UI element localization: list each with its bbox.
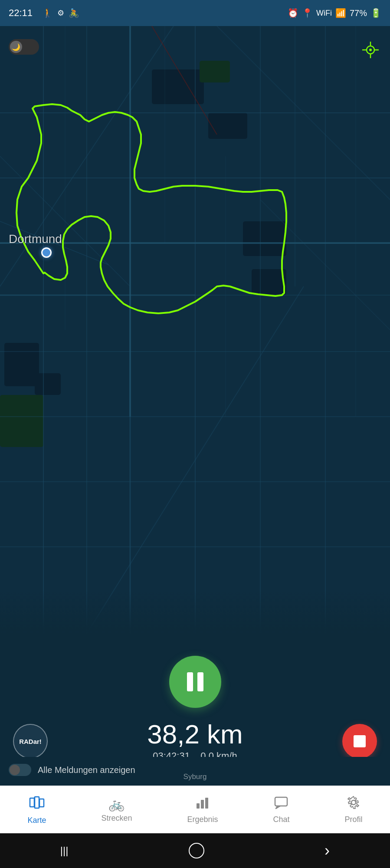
svg-rect-44 xyxy=(30,798,34,807)
distance-value: 38,2 km xyxy=(147,721,243,748)
svg-rect-2 xyxy=(208,113,247,139)
settings-icon: ⚙ xyxy=(57,8,64,18)
city-label: Dortmund xyxy=(9,232,62,246)
moon-icon: 🌙 xyxy=(12,43,20,51)
nav-item-ergebnis[interactable]: Ergebnis xyxy=(178,791,226,829)
nav-item-karte[interactable]: Karte xyxy=(19,790,55,829)
dark-mode-thumb: 🌙 xyxy=(10,41,22,53)
svg-rect-8 xyxy=(200,61,230,82)
location-target-button[interactable] xyxy=(360,39,381,61)
current-location-dot xyxy=(41,247,52,258)
bottom-panel: RADar! 38,2 km 03:42:31 0,0 km/h xyxy=(0,590,390,781)
nav-label-strecken: Strecken xyxy=(101,814,132,823)
stats-center: 38,2 km 03:42:31 0,0 km/h xyxy=(147,721,243,762)
notifications-label: Alle Meldungen anzeigen xyxy=(38,765,135,775)
svg-rect-5 xyxy=(4,343,39,386)
svg-rect-50 xyxy=(201,800,204,809)
system-navigation-bar: ||| ‹ xyxy=(0,833,390,868)
stats-row: RADar! 38,2 km 03:42:31 0,0 km/h xyxy=(0,721,390,762)
nav-item-chat[interactable]: Chat xyxy=(264,791,298,829)
bottom-navigation: Karte 🚲 Strecken Ergebnis Chat xyxy=(0,786,390,833)
stop-icon xyxy=(354,735,366,747)
stop-button[interactable] xyxy=(342,724,377,759)
battery-icon: 🔋 xyxy=(370,8,381,18)
dark-mode-toggle[interactable]: 🌙 xyxy=(9,39,39,55)
map-area[interactable]: 🌙 Dortmund xyxy=(0,26,390,634)
svg-rect-45 xyxy=(35,797,39,808)
pause-icon xyxy=(187,672,203,691)
map-background xyxy=(0,26,390,634)
crosshair-icon xyxy=(361,41,380,59)
nav-item-strecken[interactable]: 🚲 Strecken xyxy=(92,792,141,827)
home-button[interactable] xyxy=(189,843,204,858)
gps-icon: 📍 xyxy=(302,8,313,18)
battery-label: 77% xyxy=(350,8,367,18)
back-button[interactable]: ‹ xyxy=(324,842,330,860)
status-bar: 22:11 🚶 ⚙ 🚴 ⏰ 📍 WiFi 📶 77% 🔋 xyxy=(0,0,390,26)
signal-icon: 📶 xyxy=(335,8,346,18)
nav-label-chat: Chat xyxy=(273,815,289,824)
svg-rect-49 xyxy=(197,803,200,809)
svg-point-43 xyxy=(369,49,372,51)
bike-nav-icon: 🚲 xyxy=(108,796,125,812)
svg-point-53 xyxy=(351,800,356,805)
svg-rect-3 xyxy=(243,221,286,256)
radar-label: RADar! xyxy=(19,738,42,745)
bike-icon: 🚴 xyxy=(69,8,79,18)
svg-rect-52 xyxy=(275,797,287,806)
nav-label-karte: Karte xyxy=(27,816,46,825)
svg-rect-1 xyxy=(152,69,204,104)
wifi-icon: WiFi xyxy=(316,9,332,18)
location-sublabel: Syburg xyxy=(184,773,207,781)
status-time: 22:11 xyxy=(9,7,33,19)
nav-label-ergebnis: Ergebnis xyxy=(187,815,218,824)
svg-line-47 xyxy=(34,797,35,798)
radar-button[interactable]: RADar! xyxy=(13,724,48,759)
map-svg xyxy=(0,26,390,634)
notifications-toggle-thumb xyxy=(10,765,20,775)
walk-icon: 🚶 xyxy=(42,8,53,18)
gear-icon xyxy=(347,796,361,813)
chart-icon xyxy=(196,796,210,813)
svg-rect-51 xyxy=(205,798,208,809)
map-icon xyxy=(29,795,45,814)
svg-rect-6 xyxy=(35,373,61,395)
alarm-icon: ⏰ xyxy=(288,8,298,18)
chat-icon xyxy=(274,796,288,813)
nav-label-profil: Profil xyxy=(344,815,362,824)
svg-rect-46 xyxy=(39,799,44,807)
svg-rect-4 xyxy=(252,269,286,295)
pause-button[interactable] xyxy=(169,656,221,708)
notifications-toggle[interactable] xyxy=(9,764,31,776)
svg-rect-7 xyxy=(0,395,43,447)
nav-item-profil[interactable]: Profil xyxy=(336,791,371,829)
recent-apps-button[interactable]: ||| xyxy=(60,845,69,857)
